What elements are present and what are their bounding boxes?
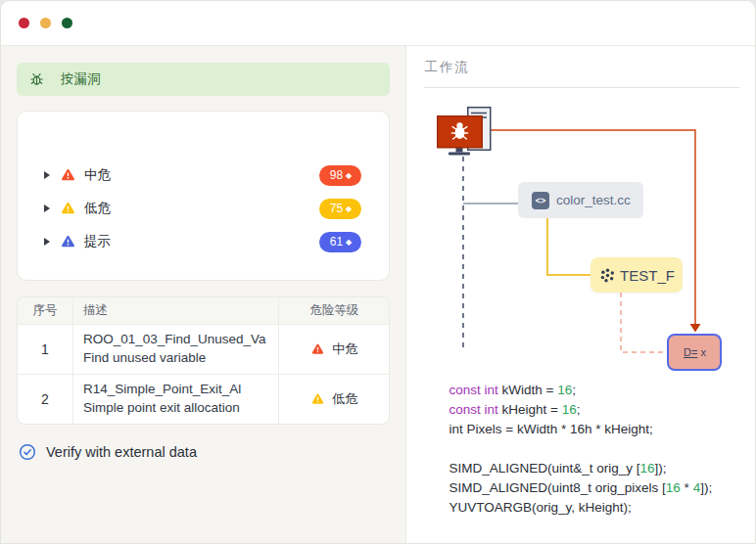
flow-node-test-function[interactable]: TEST_F xyxy=(591,257,683,293)
warning-triangle-icon xyxy=(60,201,76,216)
verify-external-data-option[interactable]: Verify with external data xyxy=(17,443,390,461)
computer-bug-icon[interactable] xyxy=(437,107,492,156)
flow-node-result[interactable]: D= x xyxy=(667,334,722,371)
minimize-window-button[interactable] xyxy=(40,18,51,28)
cluster-icon xyxy=(599,267,616,284)
check-circle-icon xyxy=(19,443,36,461)
warning-triangle-icon xyxy=(310,342,325,356)
severity-group-info[interactable]: 提示 61◆ xyxy=(18,225,389,258)
code-line: const int kWidth = 16; xyxy=(449,381,712,400)
app-window: 按漏洞 中危 98◆ xyxy=(0,0,756,544)
risk-level-badge: 中危 xyxy=(310,340,357,358)
diamond-marker-icon: ◆ xyxy=(346,238,352,247)
table-row[interactable]: 1 ROO_01_03_Find_Unused_Va Find unused v… xyxy=(18,324,389,374)
expand-caret-icon[interactable] xyxy=(44,238,50,246)
code-snippet: const int kWidth = 16; const int kHeight… xyxy=(449,381,712,518)
zoom-window-button[interactable] xyxy=(62,18,72,28)
code-line: const int kHeight = 16; xyxy=(449,400,712,420)
test-function-label: TEST_F xyxy=(620,267,675,284)
workflow-panel: 工作流 xyxy=(406,46,755,544)
warning-triangle-icon xyxy=(60,234,76,249)
code-line: SIMD_ALIGNED(uint&_t orig_y [16]); xyxy=(449,459,712,478)
severity-summary-card: 中危 98◆ 低危 75◆ xyxy=(17,111,390,281)
flow-node-source-file[interactable]: <> color_test.cc xyxy=(518,182,643,218)
finding-description: R14_Simple_Point_Exit_Al Simple point ex… xyxy=(83,381,241,418)
severity-label: 提示 xyxy=(84,233,111,250)
severity-label: 中危 xyxy=(84,166,111,184)
findings-table: 序号 描述 危险等级 1 ROO_01_03_Find_Unused_Va Fi… xyxy=(17,296,390,425)
severity-count-badge: 61◆ xyxy=(319,232,361,252)
severity-count-badge: 75◆ xyxy=(319,199,361,219)
severity-group-low[interactable]: 低危 75◆ xyxy=(18,192,389,225)
findings-panel: 按漏洞 中危 98◆ xyxy=(1,46,406,544)
column-header-id: 序号 xyxy=(18,297,72,324)
warning-triangle-icon xyxy=(310,392,325,406)
filter-by-vulnerability-banner[interactable]: 按漏洞 xyxy=(17,63,390,96)
code-line-blank xyxy=(449,439,712,459)
table-row[interactable]: 2 R14_Simple_Point_Exit_Al Simple point … xyxy=(18,374,389,424)
code-line: SIMD_ALIGNED(uint8_t orig_pixels [16 * 4… xyxy=(449,478,712,498)
diamond-marker-icon: ◆ xyxy=(346,204,352,213)
code-line: int Pixels = kWidth * 16h * kHeight; xyxy=(449,420,712,439)
row-index: 1 xyxy=(18,325,72,374)
source-file-label: color_test.cc xyxy=(556,193,631,207)
title-bar xyxy=(1,1,755,46)
severity-label: 低危 xyxy=(84,200,111,217)
severity-count-badge: 98◆ xyxy=(319,165,361,186)
column-header-risk-level: 危险等级 xyxy=(278,297,389,324)
expand-caret-icon[interactable] xyxy=(44,204,50,212)
warning-triangle-icon xyxy=(60,167,76,183)
verify-label: Verify with external data xyxy=(46,444,197,460)
result-node-label: D= x xyxy=(684,346,706,358)
row-index: 2 xyxy=(18,375,72,424)
close-window-button[interactable] xyxy=(19,18,29,28)
column-header-description: 描述 xyxy=(72,297,278,324)
code-file-icon: <> xyxy=(532,192,549,209)
code-line: YUVTOARGB(orig_y, kHeight); xyxy=(449,498,712,518)
diamond-marker-icon: ◆ xyxy=(346,171,352,180)
expand-caret-icon[interactable] xyxy=(44,171,50,179)
filter-banner-label: 按漏洞 xyxy=(61,70,101,88)
risk-level-badge: 低危 xyxy=(310,390,357,408)
finding-description: ROO_01_03_Find_Unused_Va Find unused var… xyxy=(83,331,266,368)
bug-icon xyxy=(28,71,45,87)
severity-group-mid[interactable]: 中危 98◆ xyxy=(18,159,389,192)
table-header-row: 序号 描述 危险等级 xyxy=(18,297,389,324)
